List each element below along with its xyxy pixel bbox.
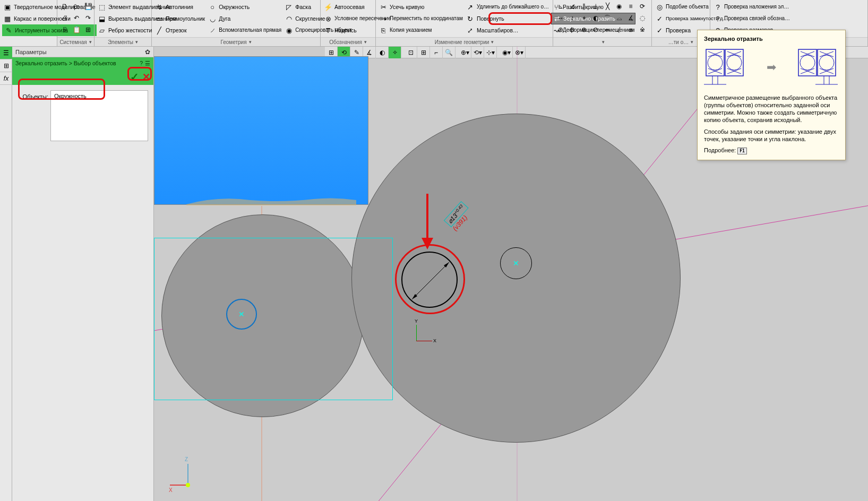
ci-icon[interactable]: ◐ [590,13,601,23]
circle-button[interactable]: ○Окружность [207,1,282,13]
check-links-button[interactable]: ?Проверка связей обозна… [712,13,791,24]
extrude-icon: ⬚ [98,3,106,11]
system-label: Системная [59,39,87,45]
annotation-arrow [414,191,446,255]
check-icon: ✓ [655,26,664,34]
copy-icon[interactable]: ⎘ [59,24,70,35]
ci-icon[interactable]: ⌀ [625,24,636,35]
ct-icon[interactable]: 🔍 [443,47,456,58]
trim-button[interactable]: ✂Усечь кривую [378,1,464,13]
expand-icon[interactable]: ▾ [602,39,605,45]
svg-rect-25 [818,49,836,76]
expand-icon[interactable]: ▾ [135,39,138,45]
move-coords-button[interactable]: ⇢Переместить по координатам [378,13,464,24]
preview-before-icon [704,46,746,89]
rectangle-icon: ▭ [155,14,164,23]
ct-icon[interactable]: ⊞ [417,47,430,58]
ct-icon[interactable]: ⊕▾ [459,47,471,58]
expand-icon[interactable]: ▾ [249,39,252,45]
arc-button[interactable]: ◡Дуга [207,13,282,24]
ci-icon[interactable]: ⊾ [555,1,566,12]
expand-icon[interactable]: ▾ [491,39,494,45]
ci-icon[interactable]: ╳ [602,1,613,12]
ci-icon[interactable]: ⊘ [590,24,601,35]
f1-key-icon: F1 [737,148,747,154]
ci-icon[interactable]: ⊖ [567,24,578,35]
sidebar-tab-fx[interactable]: fx [0,72,12,85]
params-title-text: Параметры [15,49,47,55]
svg-point-26 [800,55,815,70]
arrow-right-icon: ➡ [767,61,776,74]
sketch-circle-target[interactable] [401,252,458,308]
ci-icon[interactable]: ═ [602,24,613,35]
svg-rect-9 [706,49,724,76]
check-closed-icon: ✓ [655,14,664,23]
print-icon[interactable]: 🖨 [59,13,70,23]
ci-icon[interactable]: ⊿ [567,1,578,12]
expand-icon[interactable]: ▾ [89,39,92,45]
expand-icon[interactable]: ▾ [691,39,693,45]
ct-icon[interactable]: ◉▾ [500,47,513,58]
save-icon[interactable]: 💾 [83,1,93,12]
ct-icon[interactable]: ⟲▾ [471,47,484,58]
autoline-button[interactable]: ↯Автолиния [154,1,206,13]
paste-icon[interactable]: 📋 [71,24,82,35]
ci-icon[interactable]: ⌒ [602,13,613,23]
ci-icon[interactable]: ⌖ [579,13,589,23]
construction-line-button[interactable]: ⟋Вспомогательная прямая [207,24,282,36]
params-panel: Параметры ✿ Зеркально отразить > Выбор о… [12,47,154,501]
ribbon-section-elements: ⬚Элемент выдавливания ⬓Вырезать выдавлив… [94,0,152,46]
extend-icon: ↗ [466,3,475,11]
rectangle-button[interactable]: ▭Прямоугольник [154,13,206,24]
ct-icon[interactable]: ⊡ [405,47,417,58]
new-icon[interactable]: 🗋 [59,1,70,12]
ci-icon[interactable]: ◌ [637,13,648,23]
ct-icon[interactable]: ⊹▾ [484,47,497,58]
sketch-circle-small[interactable]: ✕ [500,247,532,279]
copy-point-icon: ⎘ [379,26,388,34]
ci-icon[interactable]: ⟳ [637,1,648,12]
arc-icon: ◡ [208,14,217,23]
ci-icon[interactable]: ⌓ [614,13,624,23]
svg-point-12 [727,55,742,70]
svg-marker-8 [422,238,433,249]
help-icon[interactable]: ? [140,60,143,66]
ci-icon[interactable]: ∥ [579,1,589,12]
ci-icon[interactable]: ※ [637,24,648,35]
ci-icon[interactable]: ◉ [614,1,624,12]
secondary-viewport[interactable] [154,56,368,205]
ct-icon[interactable]: ◐ [376,47,389,58]
ci-icon[interactable]: ≡ [625,1,636,12]
copy-point-button[interactable]: ⎘Копия указанием [378,24,464,36]
ci-icon[interactable]: ⊗ [579,24,589,35]
props-icon[interactable]: ⊞ [83,24,93,35]
scale-button[interactable]: ⤢Масштабиров… [465,24,550,36]
coord-gizmo[interactable]: X Z [170,460,202,491]
check-overlap-button[interactable]: ?Проверка наложения эл… [712,1,791,13]
ci-icon[interactable]: ⊕ [555,24,566,35]
open-icon[interactable]: 🗁 [71,1,82,12]
undo-icon[interactable]: ↶ [71,13,82,23]
sketch-circle-selected[interactable]: ✕ [226,299,257,330]
segment-icon: ╱ [155,26,164,34]
ci-icon[interactable]: ⁄ [614,24,624,35]
extend-button[interactable]: ↗Удлинить до ближайшего о… [465,1,550,13]
ct-icon[interactable]: ✧ [389,47,401,58]
ct-icon[interactable]: ⊗▾ [513,47,526,58]
segment-button[interactable]: ╱Отрезок [154,24,206,36]
ci-icon[interactable]: ↔ [555,13,566,23]
expand-icon[interactable]: ▾ [364,39,367,45]
gear-icon[interactable]: ✿ [145,48,150,56]
ribbon-section-geometry: ↯Автолиния ▭Прямоугольник ╱Отрезок ○Окру… [152,0,321,46]
ci-icon[interactable]: ⊥ [590,1,601,12]
intersection-icon: ⊗ [324,14,332,23]
annotation-highlight-ribbon [488,12,552,25]
tree-icon[interactable]: ☰ [145,60,150,66]
autoline-icon: ↯ [155,3,164,11]
redo-icon[interactable]: ↷ [83,13,93,23]
ct-icon[interactable]: ⌐ [430,47,443,58]
sidebar-tab-params[interactable]: ☰ [0,47,12,59]
ci-icon[interactable]: ∡ [625,13,636,23]
ci-icon[interactable]: ↕ [567,13,578,23]
sidebar-tab-tree[interactable]: ⊞ [0,59,12,72]
